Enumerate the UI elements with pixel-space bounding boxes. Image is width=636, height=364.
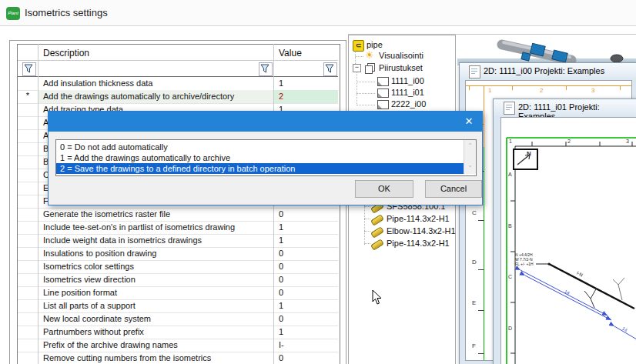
- iso-annotation: FL +/- +1H: [515, 262, 534, 266]
- table-row[interactable]: Include tee-set-on's in partlist of isom…: [18, 221, 338, 235]
- chevron-down-icon[interactable]: ⌄: [464, 162, 476, 169]
- listbox-scrollbar[interactable]: ⌃ ⌄: [464, 140, 476, 174]
- tree-connector: [355, 56, 363, 57]
- tree-expander[interactable]: −: [353, 64, 361, 72]
- row-description: Line position format: [38, 286, 273, 299]
- row-marker: *: [18, 90, 38, 103]
- row-marker: [18, 286, 38, 299]
- table-row[interactable]: Insulations to position drawing0: [18, 247, 338, 261]
- option-listbox[interactable]: 0 = Do not add automatically1 = Add the …: [55, 139, 477, 176]
- table-row[interactable]: *Add the drawings automatically to archi…: [18, 90, 338, 104]
- table-row[interactable]: New local coordinate system0: [18, 312, 338, 326]
- row-value: I-: [273, 339, 338, 352]
- dim-label: 14: [621, 326, 628, 333]
- table-row[interactable]: Generate the isometrics raster file0: [18, 208, 338, 222]
- row-marker: [18, 208, 38, 221]
- chevron-up-icon[interactable]: ⌃: [464, 142, 476, 149]
- row-marker: [18, 182, 38, 195]
- column-header-description[interactable]: Description: [43, 48, 89, 58]
- drawing-area-i01[interactable]: 123ABCDNN +4.4/2HW 7.7/2-NFL +/- +1HI-N1…: [500, 117, 636, 364]
- tree-item-1111_i01[interactable]: 1111_i01: [391, 88, 424, 97]
- mouse-cursor: [372, 289, 383, 306]
- tree-item-visualisointi[interactable]: Visualisointi: [379, 51, 423, 60]
- ruler-letter: D: [508, 326, 512, 331]
- table-row[interactable]: List all parts of a support1: [18, 299, 338, 313]
- table-row[interactable]: Prefix of the archive drawing namesI-: [18, 339, 338, 352]
- tree-item-part[interactable]: Elbow-114.3x2-H1: [387, 226, 456, 235]
- close-icon[interactable]: ✕: [460, 115, 477, 129]
- tree-connector: [356, 105, 375, 105]
- row-description: Isometrics color settings: [38, 260, 273, 273]
- row-description: Generate the isometrics raster file: [38, 208, 273, 221]
- window-1111-i00-titlebar[interactable]: 2D: 1111_i00 Projekti: Examples: [460, 63, 636, 80]
- window-title: 2D: 1111_i00 Projekti: Examples: [484, 66, 604, 75]
- row-marker: [18, 221, 38, 234]
- orange-ruler-vline: [484, 85, 484, 147]
- orange-ruler-line: [466, 85, 631, 86]
- row-description: Add insulation thickness data: [38, 77, 273, 90]
- row-marker: [18, 273, 38, 286]
- row-marker: [18, 195, 38, 208]
- dim-label: 14: [564, 289, 571, 296]
- document-icon: [469, 65, 480, 78]
- column-header-value[interactable]: Value: [279, 48, 302, 58]
- row-marker: [18, 326, 38, 339]
- row-marker: [18, 169, 38, 182]
- table-row[interactable]: Remove cutting numbers from the isometri…: [18, 352, 338, 364]
- window-1111-i01-titlebar[interactable]: 2D: 1111_i01 Projekti: Examples: [494, 99, 636, 116]
- table-row[interactable]: Add insulation thickness data1: [18, 77, 338, 91]
- ruler-tick: [478, 310, 484, 311]
- row-marker: [18, 312, 38, 326]
- funnel-icon: [324, 63, 335, 74]
- filter-button-description[interactable]: [259, 62, 273, 76]
- pipe-icon: ⊂: [353, 40, 364, 52]
- listbox-option[interactable]: 0 = Do not add automatically: [56, 142, 467, 152]
- row-value: 1: [273, 221, 338, 234]
- tree-connector: [364, 231, 370, 232]
- tree-item-part[interactable]: Pipe-114.3x2-H1: [387, 239, 450, 248]
- table-row[interactable]: Isometrics color settings0: [18, 260, 338, 274]
- ruler-tick: [620, 85, 621, 90]
- row-description: Prefix of the archive drawing names: [38, 339, 273, 352]
- row-marker: [18, 103, 38, 116]
- listbox-option[interactable]: 2 = Save the drawings to a defined direc…: [56, 163, 467, 174]
- divider: [18, 60, 338, 61]
- dialog-titlebar[interactable]: ✕: [49, 112, 482, 132]
- row-description: Isometrics view direction: [38, 273, 273, 286]
- row-description: List all parts of a support: [38, 299, 273, 312]
- isometrics-settings-window: Plant Isometrics settings Description Va…: [0, 0, 636, 364]
- table-row[interactable]: Include weight data in isometrics drawin…: [18, 234, 338, 248]
- tree-item-pipe[interactable]: pipe: [367, 40, 383, 49]
- tree-item-part[interactable]: Pipe-114.3x2-H1: [387, 214, 450, 223]
- ruler-tick: [469, 85, 470, 90]
- tree-connector: [364, 206, 370, 207]
- row-description: Insulations to position drawing: [38, 247, 273, 260]
- window-1111-i01[interactable]: 2D: 1111_i01 Projekti: Examples: [493, 99, 636, 364]
- funnel-icon: [23, 63, 34, 74]
- tree-item-2222_i00[interactable]: 2222_i00: [391, 99, 426, 109]
- table-row[interactable]: Partnumbers without prefix1: [18, 326, 338, 339]
- filter-button-value[interactable]: [323, 62, 337, 76]
- row-description: Include tee-set-on's in partlist of isom…: [38, 221, 273, 234]
- cancel-button[interactable]: Cancel: [425, 180, 482, 198]
- table-row[interactable]: Line position format0: [18, 286, 338, 300]
- table-row[interactable]: Isometrics view direction0: [18, 273, 338, 287]
- tree-connector: [364, 199, 365, 245]
- tree-connector: [356, 93, 375, 94]
- ruler-tick: [566, 85, 567, 90]
- tree-item-1111_i00[interactable]: 1111_i00: [391, 76, 424, 85]
- listbox-option[interactable]: 1 = Add the drawings automatically to ar…: [56, 152, 467, 163]
- row-marker: [18, 116, 38, 129]
- divider: [38, 44, 38, 364]
- tree-item-piirustukset[interactable]: Piirustukset: [379, 63, 423, 72]
- drawing-icon: [377, 77, 389, 86]
- ruler-number: 3: [626, 139, 629, 144]
- ok-button[interactable]: OK: [355, 180, 413, 198]
- north-label: N: [527, 150, 531, 157]
- funnel-icon: [259, 63, 270, 74]
- row-value: 1: [273, 299, 338, 312]
- document-icon: [504, 102, 515, 115]
- tree-connector: [364, 219, 370, 219]
- filter-button-marker[interactable]: [22, 62, 36, 76]
- ruler-tick: [478, 353, 484, 354]
